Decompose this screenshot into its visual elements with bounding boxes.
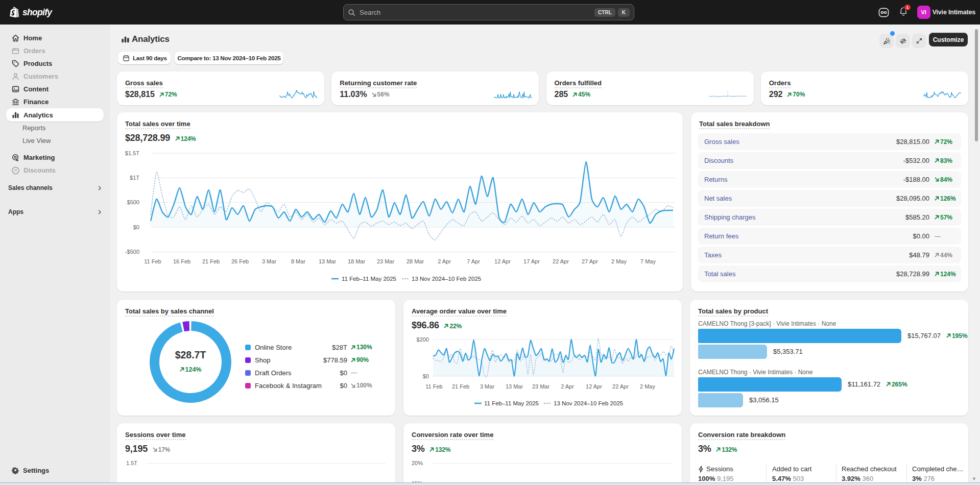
svg-text:16 Feb: 16 Feb [173, 258, 190, 264]
svg-text:27 Apr: 27 Apr [582, 258, 598, 264]
svg-text:12 Apr: 12 Apr [494, 258, 511, 264]
svg-text:2 Apr: 2 Apr [561, 383, 574, 390]
svg-text:$200: $200 [417, 336, 429, 343]
svg-text:21 Feb: 21 Feb [452, 383, 469, 390]
svg-text:3 Mar: 3 Mar [480, 383, 494, 390]
svg-text:3 Mar: 3 Mar [262, 258, 276, 264]
svg-text:13 Nov 2024–10 Feb 2025: 13 Nov 2024–10 Feb 2025 [412, 276, 481, 282]
svg-text:7 Apr: 7 Apr [467, 258, 480, 264]
svg-text:18 Mar: 18 Mar [348, 258, 366, 264]
svg-text:11 Feb: 11 Feb [425, 383, 442, 390]
svg-text:22 Apr: 22 Apr [553, 258, 569, 264]
svg-text:$0: $0 [423, 373, 429, 379]
svg-text:17 Apr: 17 Apr [523, 258, 540, 264]
svg-text:2 May: 2 May [640, 383, 655, 390]
svg-text:7 May: 7 May [640, 258, 656, 264]
svg-text:11 Feb–11 May 2025: 11 Feb–11 May 2025 [342, 276, 396, 282]
svg-text:$1T: $1T [130, 175, 139, 181]
svg-text:12 Apr: 12 Apr [586, 383, 602, 390]
svg-text:22 Apr: 22 Apr [612, 383, 629, 390]
svg-text:11 Feb: 11 Feb [144, 258, 161, 264]
svg-text:26 Feb: 26 Feb [231, 258, 249, 264]
svg-text:2 May: 2 May [611, 258, 627, 264]
svg-text:21 Feb: 21 Feb [202, 258, 220, 264]
svg-text:-$500: -$500 [125, 249, 139, 255]
svg-text:$0: $0 [133, 224, 139, 230]
svg-text:13 Nov 2024–10 Feb 2025: 13 Nov 2024–10 Feb 2025 [554, 400, 623, 406]
svg-text:28 Mar: 28 Mar [407, 258, 424, 264]
svg-text:13 Mar: 13 Mar [319, 258, 337, 264]
svg-text:$1.5T: $1.5T [125, 150, 139, 156]
svg-text:$500: $500 [127, 199, 139, 205]
svg-text:23 Mar: 23 Mar [377, 258, 395, 264]
svg-text:13 Mar: 13 Mar [506, 383, 523, 390]
svg-text:8 Mar: 8 Mar [291, 258, 305, 264]
svg-text:11 Feb–11 May 2025: 11 Feb–11 May 2025 [484, 400, 539, 406]
svg-text:23 Mar: 23 Mar [532, 383, 550, 390]
svg-text:2 Apr: 2 Apr [438, 258, 451, 264]
